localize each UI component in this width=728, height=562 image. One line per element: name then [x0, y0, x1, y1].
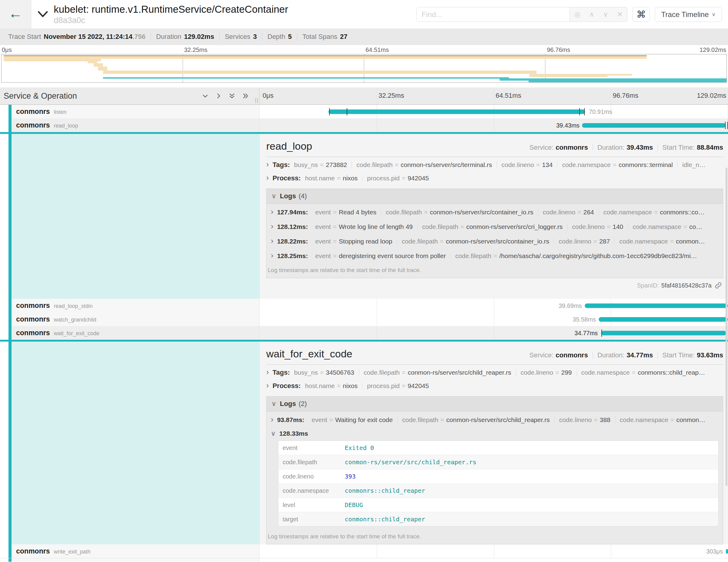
view-selector-button[interactable]: Trace Timeline ∨ — [655, 7, 722, 22]
tags-row[interactable]: › Tags: busy_ns=34506763code.filepath=co… — [266, 366, 723, 379]
key-value-pair: event=deregistering event source from po… — [312, 252, 450, 260]
clear-search-icon[interactable]: ✕ — [617, 11, 623, 18]
command-icon: ⌘ — [637, 9, 646, 20]
detail-highlight-area — [12, 134, 259, 299]
minimap-span-bar — [4, 56, 647, 59]
trace-title-collapse-toggle[interactable] — [37, 11, 48, 18]
span-timeline-cell[interactable]: 34.77ms — [260, 326, 728, 340]
logs-header[interactable]: ∨ Logs (2) — [267, 397, 723, 411]
span-row-watch-grandchild: conmonrs watch_grandchild 35.58ms — [0, 312, 728, 326]
span-row-listen: conmonrs listen 70.91ms — [0, 105, 728, 118]
minimap-span-bar — [103, 77, 509, 79]
trace-start: Trace Start November 15 2022, 11:24:14.7… — [3, 33, 151, 41]
span-timeline-cell[interactable]: 70.91ms — [260, 105, 728, 118]
next-match-icon[interactable]: ∨ — [603, 11, 608, 18]
deep-link-icon[interactable] — [715, 282, 722, 289]
duration-label: Duration: — [597, 144, 624, 152]
prev-match-icon[interactable]: ∧ — [589, 11, 594, 18]
log-field-row: targetconmonrs::child_reaper — [278, 512, 719, 526]
service-label: Service: — [529, 351, 553, 359]
column-resizer-handle[interactable] — [255, 98, 258, 103]
log-entry[interactable]: ›128.12ms:event=Wrote log line of length… — [271, 220, 719, 234]
span-bar[interactable] — [582, 123, 725, 128]
expand-all-icon[interactable] — [242, 92, 249, 100]
locate-icon[interactable]: ◎ — [574, 11, 580, 18]
span-timeline-cell[interactable]: 303μs — [260, 544, 728, 558]
minimap-tick: 129.02ms — [699, 46, 726, 53]
trace-services: Services 3 — [219, 33, 262, 41]
log-field-row: levelDEBUG — [278, 498, 719, 512]
minimap-canvas[interactable] — [1, 54, 727, 83]
chevron-right-icon: › — [271, 251, 274, 259]
span-name-cell[interactable]: conmonrs write_exit_path — [0, 544, 260, 558]
operation-name: read_loop_stdin — [54, 303, 93, 309]
key-value-pair: code.lineno=134 — [497, 161, 557, 169]
indent-gutter — [0, 326, 9, 340]
duration-value: 34.77ms — [627, 351, 653, 359]
span-bar[interactable] — [726, 549, 728, 553]
divider — [658, 352, 658, 359]
minimap-tick: 96.76ms — [547, 46, 570, 53]
span-bar[interactable] — [599, 317, 728, 322]
log-field-row: code.namespaceconmonrs::child_reaper — [278, 484, 719, 498]
gridline — [377, 87, 377, 104]
key-value-pair: code.lineno=287 — [554, 238, 614, 245]
log-entry[interactable]: ›128.22ms:event=Stopping read loopcode.f… — [271, 234, 719, 249]
key-value-pair: code.filepath=/home/sascha/.cargo/regist… — [450, 252, 702, 260]
span-name-cell[interactable]: conmonrs read_loop — [0, 118, 260, 132]
process-row[interactable]: › Process: host.name=nixosprocess.pid=94… — [266, 172, 723, 185]
detail-left-pane — [0, 134, 260, 299]
duration-value: 39.43ms — [627, 144, 653, 152]
find-controls: ◎ ∧ ∨ ✕ — [570, 7, 628, 22]
span-timeline-cell[interactable]: 35.58ms — [260, 312, 728, 326]
partial-next-row — [0, 558, 728, 562]
span-name-cell[interactable]: conmonrs read_loop_stdin — [0, 299, 260, 312]
span-timeline-cell[interactable]: 39.43ms — [260, 118, 728, 132]
span-color-tab — [9, 105, 12, 118]
back-button[interactable]: ← — [0, 0, 31, 29]
keyboard-shortcuts-button[interactable]: ⌘ — [632, 7, 650, 22]
service-value: conmonrs — [556, 144, 588, 152]
span-color-tab — [9, 558, 12, 562]
collapse-one-icon[interactable] — [202, 92, 209, 100]
minimap-tick: 0μs — [2, 46, 12, 53]
trace-summary-bar: Trace Start November 15 2022, 11:24:14.7… — [0, 29, 728, 45]
span-name-cell[interactable]: conmonrs listen — [0, 105, 260, 118]
key-value-pair: code.filepath=conmon-rs/server/src/child… — [397, 416, 554, 424]
expand-one-icon[interactable] — [215, 92, 222, 100]
find-input[interactable] — [417, 7, 570, 22]
log-entry[interactable]: ›93.87ms:event=Waiting for exit codecode… — [271, 413, 719, 427]
timeline-tick: 129.02ms — [697, 92, 726, 100]
log-marker-tick — [584, 108, 585, 115]
span-bar[interactable] — [601, 331, 726, 335]
tags-list: busy_ns=34506763code.filepath=conmon-rs/… — [291, 369, 710, 376]
gridline — [377, 118, 377, 132]
spanid-value: 5faf48165428c37a — [661, 282, 712, 289]
span-detail-read-loop: read_loop Service:conmonrs Duration:39.4… — [0, 134, 728, 299]
process-label: Process: — [273, 382, 301, 390]
minimap-span-bar — [103, 70, 536, 74]
span-color-tab — [9, 326, 12, 340]
service-label: Service: — [529, 144, 553, 152]
timeline-header: 0μs 32.25ms 64.51ms 96.76ms 129.02ms — [260, 87, 728, 104]
span-name-cell[interactable]: conmonrs watch_grandchild — [0, 312, 260, 326]
logs-section: ∨ Logs (2) ›93.87ms:event=Waiting for ex… — [266, 396, 723, 544]
span-name-cell[interactable]: conmonrs wait_for_exit_code — [0, 326, 260, 340]
scrollbar-thumb[interactable] — [726, 168, 727, 486]
logs-section: ∨ Logs (4) ›127.94ms:event=Read 4 bytesc… — [266, 189, 723, 278]
span-bar[interactable] — [328, 109, 585, 114]
log-entry[interactable]: ›127.94ms:event=Read 4 bytescode.filepat… — [271, 205, 719, 220]
span-bar[interactable] — [585, 303, 728, 308]
divider — [593, 144, 593, 151]
collapse-all-icon[interactable] — [228, 92, 236, 100]
chevron-down-icon: ∨ — [712, 11, 716, 18]
log-entry[interactable]: ›128.25ms:event=deregistering event sour… — [271, 249, 719, 263]
detail-highlight-area — [12, 342, 259, 544]
span-name-body: conmonrs wait_for_exit_code — [12, 326, 259, 340]
expanded-log-header[interactable]: ∨ 128.33ms — [271, 427, 719, 440]
logs-header[interactable]: ∨ Logs (4) — [267, 189, 723, 204]
tags-row[interactable]: › Tags: busy_ns=273882code.filepath=conm… — [266, 158, 723, 172]
process-row[interactable]: › Process: host.name=nixosprocess.pid=94… — [266, 379, 723, 393]
span-timeline-cell[interactable]: 39.69ms — [260, 299, 728, 312]
logs-title: Logs — [280, 192, 296, 200]
